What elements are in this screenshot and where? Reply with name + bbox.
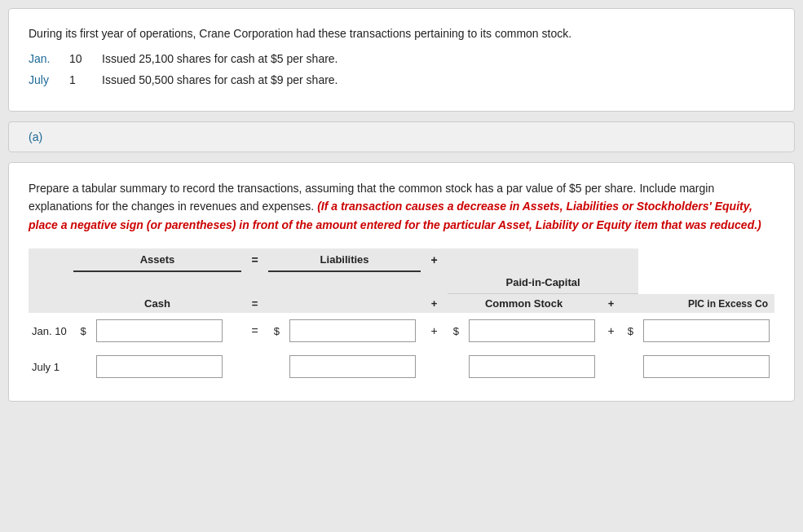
row-label-july: July 1 (29, 349, 73, 385)
pic-col-header: PIC in Excess Co (622, 294, 774, 314)
dollar-jan-cs: $ (448, 313, 464, 349)
plus-jan: + (421, 313, 448, 349)
spacer-6 (421, 271, 448, 294)
data-row-jan: Jan. 10 $ = $ + $ + $ (29, 313, 774, 349)
cs-input-jan[interactable] (469, 319, 595, 342)
spacer-2 (29, 271, 73, 294)
header-row-2: Paid-in-Capital (29, 271, 774, 294)
spacer-dollar-july-pic (622, 349, 638, 385)
table-wrapper: Assets = Liabilities + Paid-in-Capital (29, 248, 774, 385)
equals-july (241, 349, 268, 385)
col-label-row: Cash = + Common Stock + PIC in Excess Co (29, 294, 774, 314)
spacer-5 (268, 271, 421, 294)
spacer-dollar-july-cs (448, 349, 464, 385)
spacer-col (29, 294, 73, 314)
plus2-july (600, 349, 622, 385)
liab-input-jan[interactable] (289, 319, 416, 342)
common-stock-col-header: Common Stock (448, 294, 600, 314)
equals-col: = (241, 294, 268, 314)
spacer-dollar-july-liab (268, 349, 285, 385)
spacer-1 (29, 248, 73, 271)
input-cell-cash-july[interactable] (91, 349, 241, 385)
input-cell-cs-july[interactable] (464, 349, 600, 385)
data-row-july: July 1 (29, 349, 774, 385)
spacer-right (448, 248, 638, 271)
instruction-card: Prepare a tabular summary to record the … (8, 162, 795, 402)
plus2-jan: + (600, 313, 622, 349)
dollar-jan-liab: $ (268, 313, 285, 349)
transaction-row-july: July 1 Issued 50,500 shares for cash at … (29, 73, 774, 86)
assets-header: Assets (73, 248, 241, 271)
spacer-dollar-july (73, 349, 91, 385)
instruction-text: Prepare a tabular summary to record the … (29, 179, 774, 234)
transaction-row-jan: Jan. 10 Issued 25,100 shares for cash at… (29, 52, 774, 65)
day-jan: 10 (69, 52, 102, 65)
part-a-card: (a) (8, 121, 795, 152)
input-cell-cs-jan[interactable] (464, 313, 600, 349)
equals-header: = (241, 248, 268, 271)
equals-jan: = (241, 313, 268, 349)
desc-july: Issued 50,500 shares for cash at $9 per … (102, 73, 774, 86)
spacer-4 (241, 271, 268, 294)
dollar-jan-cash: $ (73, 313, 91, 349)
input-cell-pic-july[interactable] (638, 349, 774, 385)
month-july: July (29, 73, 69, 86)
plus-july (421, 349, 448, 385)
row-label-jan: Jan. 10 (29, 313, 73, 349)
cs-input-july[interactable] (469, 355, 595, 378)
cash-input-jan[interactable] (96, 319, 223, 342)
month-jan: Jan. (29, 52, 69, 65)
cash-col-header: Cash (73, 294, 241, 314)
header-row-1: Assets = Liabilities + (29, 248, 774, 271)
liab-input-july[interactable] (289, 355, 416, 378)
input-cell-cash-jan[interactable] (91, 313, 241, 349)
plus-col: + (421, 294, 448, 314)
intro-text: During its first year of operations, Cra… (29, 25, 774, 42)
equation-table: Assets = Liabilities + Paid-in-Capital (29, 248, 774, 385)
spacer-3 (73, 271, 241, 294)
problem-card: During its first year of operations, Cra… (8, 8, 795, 112)
desc-jan: Issued 25,100 shares for cash at $5 per … (102, 52, 774, 65)
pic-input-jan[interactable] (643, 319, 770, 342)
pic-input-july[interactable] (643, 355, 770, 378)
input-cell-liab-jan[interactable] (285, 313, 421, 349)
plus1-header: + (421, 248, 448, 271)
plus2-col: + (600, 294, 622, 314)
dollar-jan-pic: $ (622, 313, 638, 349)
input-cell-pic-jan[interactable] (638, 313, 774, 349)
input-cell-liab-july[interactable] (285, 349, 421, 385)
cash-input-july[interactable] (96, 355, 223, 378)
paid-in-capital-header: Paid-in-Capital (448, 271, 638, 294)
day-july: 1 (69, 73, 102, 86)
part-a-label: (a) (29, 124, 42, 150)
liabilities-header: Liabilities (268, 248, 421, 271)
liab-col-spacer (268, 294, 421, 314)
